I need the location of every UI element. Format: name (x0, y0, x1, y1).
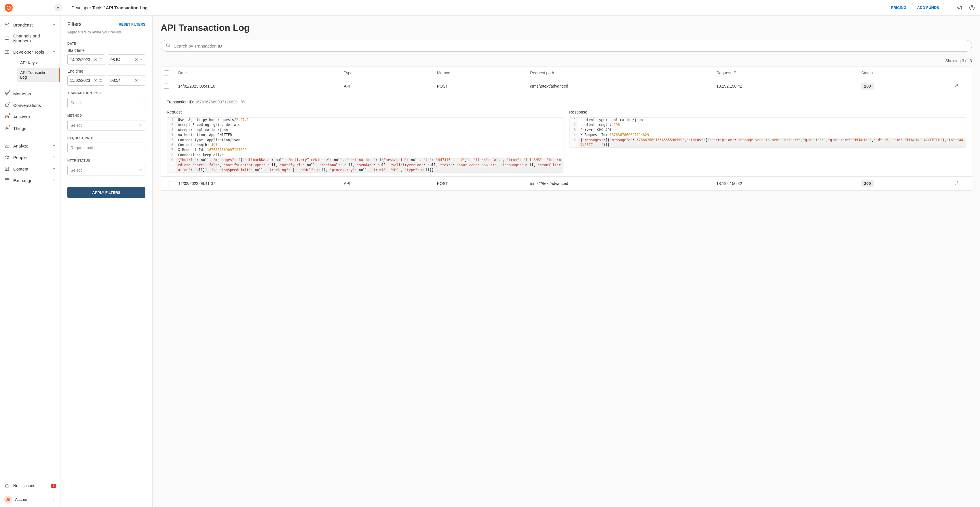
response-panel: Response 1content-type: application/json… (569, 110, 966, 173)
svg-rect-20 (99, 79, 102, 81)
table-header: Date Type Method Request path Request IP… (161, 67, 972, 79)
cell-path: /sms/2/text/advanced (530, 181, 716, 186)
column-date: Date (178, 70, 344, 75)
select-all-checkbox[interactable] (164, 70, 169, 75)
clear-icon[interactable]: ✕ (94, 78, 97, 83)
filters-subtitle: Apply filters to refine your results (67, 30, 145, 35)
http-status-label: HTTP STATUS (67, 159, 145, 162)
conversations-icon (4, 102, 10, 108)
moments-icon (4, 91, 10, 97)
people-icon (4, 155, 10, 160)
sidebar: Broadcast Channels and Numbers Developer… (0, 16, 60, 507)
sidebar-item-developer-tools[interactable]: Developer Tools (0, 46, 60, 57)
sidebar-item-label: Content (13, 166, 29, 171)
apply-filters-button[interactable]: APPLY FILTERS (67, 187, 145, 198)
svg-point-7 (6, 94, 8, 96)
broadcast-icon (4, 22, 10, 28)
txn-id-value: 1676367669097124829 (195, 100, 237, 104)
column-type: Type (344, 70, 437, 75)
chart-icon (4, 143, 10, 149)
start-hour-input[interactable]: 08:54 ✕ (108, 54, 146, 65)
date-section-label: DATE (67, 42, 145, 45)
sidebar-sub-api-keys[interactable]: API Keys (17, 58, 56, 67)
svg-point-2 (6, 24, 8, 26)
clear-icon[interactable]: ✕ (135, 78, 138, 83)
response-code[interactable]: 1content-type: application/json 2content… (569, 117, 966, 148)
cell-method: POST (437, 181, 530, 186)
add-funds-button[interactable]: ADD FUNDS (912, 3, 944, 13)
column-status: Status (861, 70, 955, 75)
sidebar-item-content[interactable]: Content (0, 163, 60, 175)
row-checkbox[interactable] (164, 181, 169, 186)
cell-method: POST (437, 84, 530, 88)
txn-type-select[interactable]: Select (67, 98, 145, 108)
sidebar-item-channels[interactable]: Channels and Numbers (0, 30, 60, 46)
sidebar-item-label: Things (13, 126, 26, 131)
expand-icon[interactable] (955, 181, 969, 186)
more-icon[interactable] (51, 497, 56, 502)
cell-path: /sms/2/text/advanced (530, 84, 716, 88)
http-status-select[interactable]: Select (67, 165, 145, 175)
calendar-icon[interactable] (99, 78, 102, 83)
request-path-input[interactable] (67, 143, 145, 153)
sidebar-item-people[interactable]: People (0, 151, 60, 163)
pricing-link[interactable]: PRICING (891, 5, 906, 10)
sidebar-item-broadcast[interactable]: Broadcast (0, 19, 60, 30)
svg-point-13 (8, 156, 9, 157)
collapse-icon[interactable] (955, 84, 969, 89)
method-select[interactable]: Select (67, 120, 145, 131)
end-time-label: End time (67, 69, 145, 73)
start-date-input[interactable]: 14/02/2023 ✕ (67, 54, 105, 65)
table-row[interactable]: 14/02/2023 09:41:10 API POST /sms/2/text… (161, 79, 972, 93)
sidebar-notifications[interactable]: Notifications 1 (0, 479, 60, 492)
request-code[interactable]: 1User-Agent: python-requests/2.27.1 2Acc… (167, 117, 563, 173)
exchange-icon (4, 177, 10, 183)
svg-rect-4 (5, 50, 9, 54)
sidebar-item-conversations[interactable]: Conversations (0, 99, 60, 111)
txn-type-label: TRANSACTION TYPE (67, 91, 145, 95)
page-title: API Transaction Log (161, 22, 972, 33)
filters-panel: Filters RESET FILTERS Apply filters to r… (60, 16, 153, 507)
svg-point-18 (54, 500, 54, 501)
filters-title: Filters (67, 21, 81, 27)
code-icon (4, 49, 10, 55)
sidebar-item-answers[interactable]: Answers (0, 111, 60, 123)
request-panel: Request 1User-Agent: python-requests/2.2… (167, 110, 563, 173)
sidebar-item-things[interactable]: Things (0, 123, 60, 134)
reset-filters-button[interactable]: RESET FILTERS (119, 22, 145, 27)
clear-icon[interactable]: ✕ (135, 57, 138, 62)
svg-point-5 (5, 92, 6, 93)
end-date-input[interactable]: 15/02/2023 ✕ (67, 75, 105, 86)
avatar: JS (4, 496, 12, 504)
row-checkbox[interactable] (164, 83, 169, 89)
table-row[interactable]: 14/02/2023 09:41:07 API POST /sms/2/text… (161, 176, 972, 190)
sidebar-item-analyze[interactable]: Analyze (0, 140, 60, 151)
sidebar-account[interactable]: JS Account (0, 492, 60, 507)
svg-line-22 (169, 46, 170, 48)
collapse-sidebar-button[interactable] (54, 4, 62, 12)
breadcrumb-parent[interactable]: Developer Tools (72, 5, 102, 10)
content-icon (4, 166, 10, 172)
svg-point-12 (6, 156, 7, 157)
robot-icon (4, 114, 10, 120)
svg-line-27 (957, 182, 958, 183)
transaction-detail: Transaction ID: 1676367669097124829 Requ… (161, 93, 972, 176)
calendar-icon[interactable] (99, 57, 102, 62)
chevron-down-icon[interactable] (139, 57, 143, 62)
search-input[interactable] (173, 43, 967, 48)
chevron-down-icon[interactable] (139, 78, 143, 83)
sidebar-sub-api-log[interactable]: API Transaction Log (17, 68, 60, 82)
svg-line-24 (955, 86, 956, 87)
search-bar[interactable] (161, 40, 972, 51)
logo (5, 4, 13, 12)
sidebar-item-label: Answers (13, 114, 30, 119)
svg-point-6 (8, 92, 9, 93)
svg-point-17 (54, 499, 54, 499)
megaphone-icon[interactable] (956, 4, 963, 11)
copy-icon[interactable] (241, 99, 246, 105)
sidebar-item-exchange[interactable]: Exchange (0, 175, 60, 186)
sidebar-item-moments[interactable]: Moments (0, 88, 60, 99)
end-hour-input[interactable]: 08:54 ✕ (108, 75, 146, 86)
help-icon[interactable] (969, 4, 975, 11)
clear-icon[interactable]: ✕ (94, 57, 97, 62)
